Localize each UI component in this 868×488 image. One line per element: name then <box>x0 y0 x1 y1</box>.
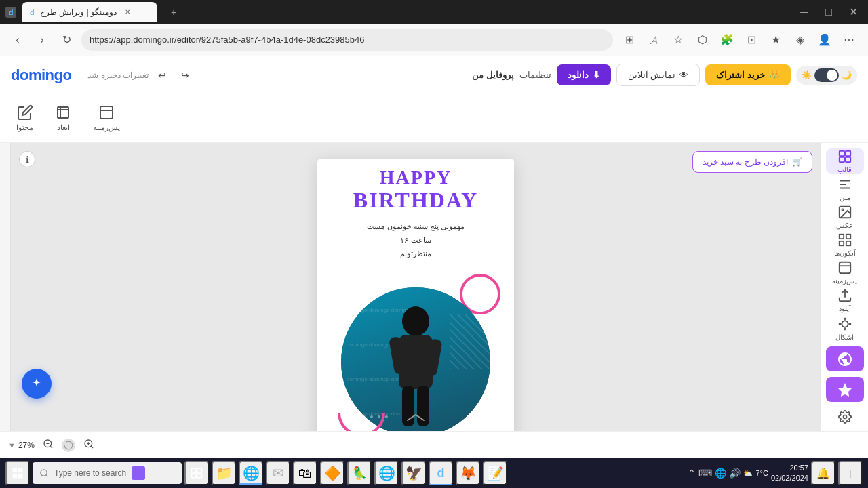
weather-temp: 7°C <box>755 469 768 477</box>
tray-volume-icon[interactable]: 🔊 <box>729 468 741 479</box>
download-icon: ⬇ <box>593 70 600 80</box>
forward-button[interactable]: › <box>33 30 52 49</box>
stripe-overlay <box>450 314 490 369</box>
download-button[interactable]: ⬇ دانلود <box>557 64 611 85</box>
card-birthday-text: BIRTHDAY <box>323 188 509 212</box>
taskbar-firefox[interactable]: 🦊 <box>456 461 480 485</box>
taskbar-edge-icon[interactable]: 🦅 <box>401 461 426 485</box>
start-button[interactable] <box>5 461 30 485</box>
magic-icon <box>30 377 43 390</box>
sidebar-item-text[interactable]: متن <box>826 176 864 201</box>
sidebar-item-background[interactable]: پس‌زمینه <box>826 260 864 285</box>
taskbar-active-app[interactable]: d <box>429 461 453 485</box>
taskbar-word[interactable]: 📝 <box>483 461 507 485</box>
settings-button[interactable]: تنظیمات <box>519 70 551 80</box>
browser-copilot-icon[interactable]: ◈ <box>789 29 811 51</box>
task-view-button[interactable] <box>184 461 209 485</box>
browser-collections-icon[interactable]: ⊡ <box>741 29 762 51</box>
add-to-cart-button[interactable]: 🛒 افزودن طرح به سبد خرید <box>692 151 812 173</box>
theme-toggle[interactable]: 🌙 ☀️ <box>796 66 857 85</box>
toggle-track[interactable] <box>814 68 839 82</box>
taskbar-clock[interactable]: 20:57 02/02/2024 <box>771 463 808 484</box>
svg-rect-10 <box>839 157 844 161</box>
sidebar-item-photo[interactable]: عکس <box>826 204 864 229</box>
browser-app-icon[interactable]: ⊞ <box>618 29 640 51</box>
photo-label: عکس <box>836 222 853 229</box>
browser-favorites-icon[interactable]: ★ <box>765 29 787 51</box>
taskbar-edge[interactable]: 🌐 <box>239 461 263 485</box>
add-to-cart-label: افزودن طرح به سبد خرید <box>703 157 788 167</box>
zoom-control[interactable]: ▼ 27% <box>8 441 35 450</box>
browser-extensions-icon[interactable]: 🧩 <box>716 29 738 51</box>
design-card[interactable]: HAPPY BIRTHDAY مهمونی پنج شنبه خونمون هس… <box>317 159 514 431</box>
toolbar-item-content[interactable]: محتوا <box>16 104 33 132</box>
svg-rect-14 <box>839 235 843 239</box>
taskbar-store[interactable]: 🛍 <box>293 461 317 485</box>
upload-label: آپلود <box>839 305 851 312</box>
template-label: قالب <box>837 166 852 174</box>
ai-icon <box>837 382 853 398</box>
card-text-top: HAPPY BIRTHDAY <box>317 159 514 215</box>
browser-nav-bar: ‹ › ↻ ⊞ 𝓐 ☆ ⬡ 🧩 ⊡ ★ ◈ 👤 ⋯ <box>0 24 868 56</box>
tray-up-arrow[interactable]: ⌃ <box>688 468 696 479</box>
toolbar-item-background[interactable]: پس‌زمینه <box>93 104 120 132</box>
taskbar-chrome[interactable]: 🌐 <box>374 461 399 485</box>
show-desktop-button[interactable]: | <box>838 461 863 485</box>
windows-taskbar: Type here to search 📁 🌐 ✉ 🛍 🔶 🦜 🌐 🦅 d 🦊 … <box>0 458 868 488</box>
scroll-up-indicator[interactable] <box>405 412 427 426</box>
window-minimize-button[interactable]: ─ <box>795 3 814 22</box>
profile-button[interactable]: پروفایل من <box>472 70 514 80</box>
sidebar-item-template[interactable]: قالب <box>826 148 864 174</box>
settings-gear-button[interactable] <box>826 407 864 426</box>
sun-icon: ☀️ <box>802 70 812 80</box>
ai-translate-button[interactable] <box>826 346 864 371</box>
tray-network-icon[interactable]: 🌐 <box>715 468 726 479</box>
new-tab-button[interactable]: + <box>163 3 184 22</box>
weather-widget[interactable]: ⛅ 7°C <box>743 469 768 478</box>
moon-icon: 🌙 <box>842 70 852 80</box>
undo-button[interactable]: ↩ <box>153 66 172 85</box>
svg-rect-15 <box>846 235 850 239</box>
cortana-icon <box>132 466 145 480</box>
window-close-button[interactable]: ✕ <box>844 3 863 22</box>
info-icon[interactable]: ℹ <box>19 151 35 167</box>
browser-read-icon[interactable]: 𝓐 <box>643 29 665 51</box>
browser-menu-icon[interactable]: ⋯ <box>838 29 860 51</box>
subscribe-button[interactable]: 👑 خرید اشتراک <box>705 64 791 85</box>
back-button[interactable]: ‹ <box>8 30 27 49</box>
profile-label: پروفایل من <box>472 70 514 80</box>
window-maximize-button[interactable]: □ <box>819 3 838 22</box>
address-bar[interactable] <box>81 29 613 51</box>
app-logo[interactable]: domingo <box>11 66 71 84</box>
notification-button[interactable]: 🔔 <box>811 461 835 485</box>
preview-button[interactable]: 👁 نمایش آنلاین <box>616 64 701 86</box>
active-browser-tab[interactable]: d دومینگو | ویرایش طرح ✕ <box>22 2 157 22</box>
taskbar-file-explorer[interactable]: 📁 <box>212 461 236 485</box>
card-circle-image: domingo domingo domingo domingo domingo … <box>341 287 490 431</box>
canvas-area[interactable]: 🛒 افزودن طرح به سبد خرید ℹ HAPPY BIRTHDA… <box>11 143 821 431</box>
sidebar-item-icons[interactable]: آیکون‌ها <box>826 232 864 257</box>
card-image-area: domingo domingo domingo domingo domingo … <box>317 260 514 431</box>
taskbar-office[interactable]: 🔶 <box>320 461 344 485</box>
browser-favorite-icon[interactable]: ☆ <box>667 29 689 51</box>
taskbar-search[interactable]: Type here to search <box>33 462 182 484</box>
ai-assist-button[interactable] <box>826 377 864 402</box>
toolbar-item-dimensions[interactable]: ابعاد <box>55 104 71 132</box>
card-decorative-circle-2 <box>338 413 385 431</box>
refresh-button[interactable]: ↻ <box>57 30 76 49</box>
upload-icon <box>837 288 852 303</box>
redo-button[interactable]: ↪ <box>176 66 195 85</box>
taskbar-parrot[interactable]: 🦜 <box>347 461 372 485</box>
subscribe-icon: 👑 <box>769 70 780 80</box>
sidebar-item-shapes[interactable]: اشکال <box>826 316 864 341</box>
taskbar-mail[interactable]: ✉ <box>266 461 290 485</box>
zoom-in-button[interactable] <box>81 436 97 455</box>
content-icon <box>17 104 33 121</box>
fab-button[interactable] <box>22 369 52 399</box>
browser-user-icon[interactable]: 👤 <box>814 29 835 51</box>
browser-profile-icon[interactable]: ⬡ <box>692 29 713 51</box>
icons-label: آیکون‌ها <box>834 249 856 257</box>
tray-keyboard-icon[interactable]: ⌨ <box>698 468 712 479</box>
zoom-out-button[interactable] <box>40 436 56 455</box>
sidebar-item-upload[interactable]: آپلود <box>826 288 864 313</box>
